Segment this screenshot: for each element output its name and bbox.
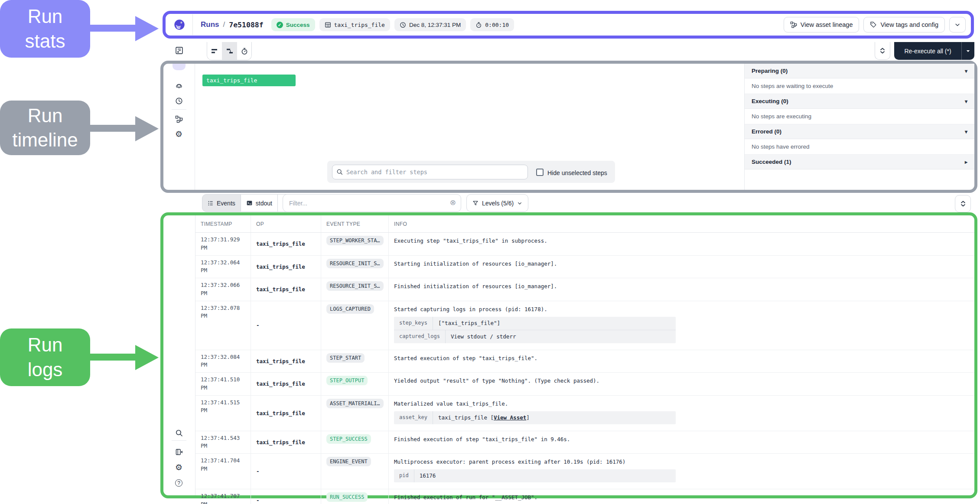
panel-section-empty: No steps have errored [745,139,974,155]
log-row[interactable]: 12:37:32.064 PM taxi_trips_file RESOURCE… [195,256,974,279]
view-waterfall-gantt-button[interactable] [222,42,237,60]
view-asset-link[interactable]: View Asset [494,413,526,422]
log-row[interactable]: 12:37:32.078 PM - LOGS_CAPTURED Started … [195,301,974,350]
panel-section-preparing[interactable]: Preparing (0) ▾ [745,64,974,78]
view-asset-lineage-button[interactable]: View asset lineage [784,17,860,33]
log-timestamp: 12:37:41.510 PM [195,373,251,395]
dagster-logo-icon [173,19,186,31]
annotation-run-logs: Run logs [0,328,90,386]
rail-lineage-icon[interactable] [175,115,183,123]
log-timestamp: 12:37:32.084 PM [195,350,251,373]
rail-settings-icon[interactable]: ⚙ [175,130,182,138]
dagster-logo[interactable] [173,19,186,31]
up-down-chevrons-icon [960,200,966,207]
log-info: Started execution of step "taxi_trips_fi… [389,350,974,373]
panel-empty-text: No steps are waiting to execute [752,83,833,89]
log-info: Starting initialization of resources [io… [389,256,974,278]
run-id: 7e51088f [229,21,263,29]
metadata-table: step_keys ["taxi_trips_file"] captured_l… [394,317,676,343]
log-table-header: TIMESTAMP OP EVENT TYPE INFO [195,215,974,233]
re-execute-all-button[interactable]: Re-execute all (*) [894,42,974,60]
help-icon[interactable]: ? [175,479,182,487]
rail-schedules-icon[interactable] [175,97,183,105]
log-info: Finished execution of step "taxi_trips_f… [389,431,974,454]
annotation-arrow-timeline [90,125,135,132]
event-type-badge: RESOURCE_INIT_S… [326,259,384,268]
clear-filter-icon[interactable]: ⊗ [450,198,456,207]
log-row[interactable]: 12:37:41.510 PM taxi_trips_file STEP_OUT… [195,373,974,396]
dagster-run-page: Run stats Run timeline Run logs Runs / 7… [0,0,980,504]
metadata-row: step_keys ["taxi_trips_file"] [394,317,676,330]
header-event-type: EVENT TYPE [321,215,389,232]
header-more-button[interactable] [949,17,966,33]
rail-selected-item[interactable] [173,64,186,70]
log-timestamp: 12:37:32.066 PM [195,278,251,301]
log-row[interactable]: 12:37:41.707 PM - RUN_SUCCESS Finished e… [195,489,974,504]
re-execute-dropdown-caret[interactable] [961,42,974,60]
metadata-row: captured_logs View stdout / stderr [394,330,676,343]
clock-icon [400,22,406,28]
log-op: taxi_trips_file [256,263,305,270]
logs-search-icon[interactable] [175,429,183,437]
up-down-chevrons-icon [879,47,886,54]
log-row[interactable]: 12:37:32.066 PM taxi_trips_file RESOURCE… [195,278,974,301]
log-row[interactable]: 12:37:41.704 PM - ENGINE_EVENT Multiproc… [195,454,974,489]
log-row[interactable]: 12:37:41.515 PM taxi_trips_file ASSET_MA… [195,396,974,431]
rail-divider [172,109,186,110]
step-search-input[interactable] [332,165,528,179]
tab-stdout[interactable]: stdout [241,194,278,212]
panel-section-title: Preparing (0) [752,68,788,74]
asset-chip[interactable]: taxi_trips_file [319,18,390,31]
waterfall-gantt-icon [226,47,234,55]
hide-unselected-checkbox[interactable] [536,169,544,176]
rail-deployment-icon[interactable] [175,82,183,90]
log-row[interactable]: 12:37:41.543 PM taxi_trips_file STEP_SUC… [195,431,974,454]
funnel-icon [472,200,479,206]
events-icon [208,200,214,206]
log-op: taxi_trips_file [256,358,305,364]
caret-down-icon: ▾ [965,98,967,104]
panel-section-succeeded[interactable]: Succeeded (1) ▸ [745,155,974,169]
caret-down-icon: ▾ [965,129,967,135]
log-op: - [256,322,260,328]
timeline-step-bar[interactable]: taxi_trips_file [202,75,296,86]
caret-down-icon [966,49,970,53]
log-row[interactable]: 12:37:32.084 PM taxi_trips_file STEP_STA… [195,350,974,373]
log-row[interactable]: 12:37:31.929 PM taxi_trips_file STEP_WOR… [195,233,974,256]
console-icon[interactable] [175,46,183,55]
event-type-badge: RESOURCE_INIT_S… [326,281,384,291]
metadata-value-text: ] [526,413,530,422]
open-panel-icon[interactable] [175,448,183,456]
log-info: Started capturing logs in process (pid: … [394,306,547,312]
event-type-badge: RUN_SUCCESS [326,492,368,502]
hide-unselected-label[interactable]: Hide unselected steps [547,169,607,176]
caret-right-icon: ▸ [965,159,967,165]
panel-section-executing[interactable]: Executing (0) ▾ [745,94,974,109]
timeline-rail-divider [195,64,195,190]
log-info: Yielded output "result" of type "Nothing… [389,373,974,395]
view-flat-gantt-button[interactable] [207,42,222,60]
step-status-panel: Preparing (0) ▾ No steps are waiting to … [745,64,974,169]
event-type-badge: STEP_WORKER_STA… [326,236,384,245]
run-header-bar: Runs / 7e51088f ✓ Success taxi_trips_fil… [166,14,970,35]
breadcrumb-runs-link[interactable]: Runs [201,20,219,29]
tab-events-label: Events [217,200,235,207]
tab-events[interactable]: Events [202,194,241,212]
panel-section-errored[interactable]: Errored (0) ▾ [745,124,974,139]
expand-logs-button[interactable] [955,195,971,212]
expand-panels-button[interactable] [875,42,890,60]
captured-logs-link[interactable]: View stdout / stderr [446,330,521,343]
status-label: Success [286,22,310,28]
levels-dropdown[interactable]: Levels (5/6) [466,194,528,212]
view-timer-button[interactable] [237,42,251,60]
logs-settings-icon[interactable]: ⚙ [175,464,182,471]
log-filter-input[interactable] [283,194,461,212]
event-type-badge: ENGINE_EVENT [326,457,371,466]
log-op: taxi_trips_file [256,286,305,293]
search-icon [336,169,343,175]
timeline-view-toggle [207,42,252,60]
log-filter: ⊗ [283,194,461,212]
log-info: Finished initialization of resources [io… [389,278,974,301]
view-tags-config-button[interactable]: View tags and config [863,17,945,33]
log-timestamp: 12:37:31.929 PM [195,233,251,255]
